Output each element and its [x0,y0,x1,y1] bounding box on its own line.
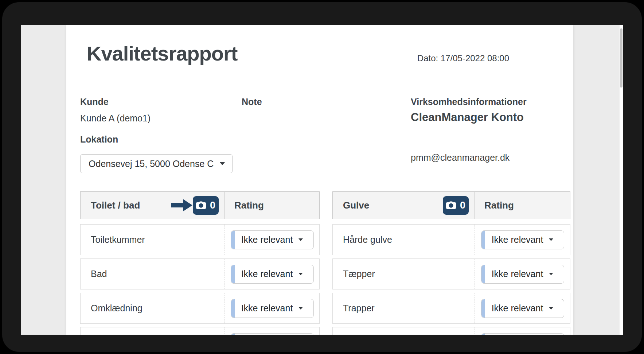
location-select[interactable]: Odensevej 15, 5000 Odense C [80,154,233,173]
scrollbar-track[interactable] [620,25,623,335]
camera-button-area: 0 [171,196,219,215]
row-area-label: Trapper [333,293,475,323]
row-area-label: Toiletkummer [81,225,225,255]
company-name: CleanManager Konto [411,111,567,124]
row-rating-cell: Ikke relevant [475,327,570,335]
rating-table: Gulve 0 Rating [332,191,570,335]
camera-icon [446,201,457,210]
table-rows: Hårde gulveIkke relevantTæpperIkke relev… [332,224,570,335]
rating-table: Toilet / bad 0 Ratin [80,191,320,335]
table-row: TæpperIkke relevant [332,258,570,289]
rating-accent-stripe [481,231,485,249]
rating-selected-value: Ikke relevant [241,269,293,279]
location-selected-value: Odensevej 15, 5000 Odense C [89,159,214,169]
camera-icon [196,201,207,210]
row-rating-cell: Ikke relevant [475,293,570,323]
rating-accent-stripe [231,334,235,335]
row-area-label: Omklædning [81,293,225,323]
add-photo-button[interactable]: 0 [443,196,469,215]
row-rating-cell: Ikke relevant [225,293,319,323]
customer-label: Kunde [80,96,241,107]
rating-select[interactable]: Ikke relevant [231,265,314,284]
customer-section: Kunde Kunde A (demo1) Lokation Odensevej… [80,96,241,173]
note-section: Note [242,96,395,107]
table-row: Ikke relevant [332,327,570,335]
table-rows: ToiletkummerIkke relevantBadIkke relevan… [80,224,320,335]
row-rating-cell: Ikke relevant [475,225,570,255]
rating-select[interactable]: Ikke relevant [481,230,564,249]
table-header: Toilet / bad 0 Ratin [80,191,320,219]
rating-accent-stripe [481,299,485,318]
rating-accent-stripe [231,231,235,249]
rating-select[interactable]: Ikke relevant [481,299,564,318]
rating-select[interactable]: Ikke relevant [231,299,314,318]
table-header-rating-cell: Rating [225,192,319,219]
company-email: pmm@cleanmanager.dk [411,152,567,163]
pointer-arrow-icon [171,199,192,211]
chevron-down-icon [549,307,553,310]
rating-selected-value: Ikke relevant [241,303,293,314]
rating-select[interactable]: Ikke relevant [481,265,564,284]
rating-accent-stripe [231,299,235,318]
page-left-margin [21,25,66,335]
table-row: ToiletkummerIkke relevant [80,224,320,255]
row-area-label: Hårde gulve [333,225,475,255]
row-area-label [333,327,475,335]
table-row: TrapperIkke relevant [332,293,570,324]
photo-count: 0 [210,200,215,211]
rating-select[interactable]: Ikke relevant [481,333,564,335]
row-rating-cell: Ikke relevant [475,259,570,289]
photo-count: 0 [460,200,465,211]
table-title: Gulve [343,200,369,211]
table-title: Toilet / bad [91,200,140,211]
table-row: Hårde gulveIkke relevant [332,224,570,255]
rating-column-label: Rating [234,200,264,211]
table-header: Gulve 0 Rating [332,191,570,219]
rating-selected-value: Ikke relevant [241,234,293,245]
camera-button-area: 0 [443,196,469,215]
table-header-name-cell: Gulve 0 [333,192,475,219]
table-row: Ikke relevant [80,327,320,335]
row-area-label: Tæpper [333,259,475,289]
report-date: Dato: 17/05-2022 08:00 [417,53,509,63]
row-rating-cell: Ikke relevant [225,327,319,335]
row-rating-cell: Ikke relevant [225,225,319,255]
chevron-down-icon [298,238,303,241]
company-label: Virksomhedsinformationer [411,96,567,107]
rating-column-label: Rating [484,200,514,211]
rating-accent-stripe [231,265,235,283]
rating-selected-value: Ikke relevant [492,269,543,279]
table-row: OmklædningIkke relevant [80,293,320,324]
rating-select[interactable]: Ikke relevant [231,230,314,249]
note-label: Note [242,96,395,107]
row-rating-cell: Ikke relevant [225,259,319,289]
rating-selected-value: Ikke relevant [492,234,543,245]
table-row: BadIkke relevant [80,258,320,289]
page-title: Kvalitetsrapport [87,42,237,65]
scrollbar-thumb[interactable] [620,28,622,87]
browser-window: Kvalitetsrapport Dato: 17/05-2022 08:00 … [21,25,623,335]
location-label: Lokation [80,134,241,145]
report-page: Kvalitetsrapport Dato: 17/05-2022 08:00 … [66,25,573,335]
rating-accent-stripe [481,334,485,335]
chevron-down-icon [549,273,553,275]
chevron-down-icon [298,307,303,310]
add-photo-button[interactable]: 0 [193,196,219,215]
chevron-down-icon [549,238,553,241]
rating-select[interactable]: Ikke relevant [231,333,314,335]
rating-selected-value: Ikke relevant [492,303,543,314]
rating-accent-stripe [481,265,485,283]
row-area-label: Bad [81,259,225,289]
table-header-rating-cell: Rating [475,192,570,219]
row-area-label [81,327,225,335]
table-header-name-cell: Toilet / bad 0 [81,192,225,219]
company-section: Virksomhedsinformationer CleanManager Ko… [411,96,567,163]
chevron-down-icon [220,162,225,165]
customer-value: Kunde A (demo1) [80,113,241,124]
page-right-margin [573,25,620,335]
chevron-down-icon [298,273,303,275]
